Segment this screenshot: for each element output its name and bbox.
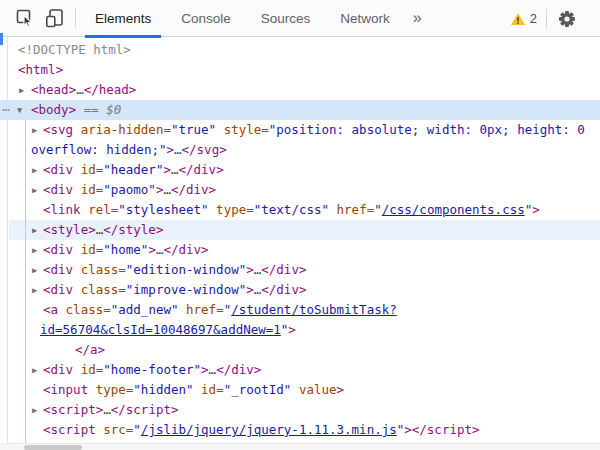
code-segment: <div bbox=[43, 282, 73, 297]
code-segment: > bbox=[532, 202, 540, 217]
code-segment: href bbox=[178, 302, 216, 317]
code-segment: <input bbox=[43, 382, 88, 397]
dom-tree-row[interactable]: ▶<script>…</script> bbox=[0, 400, 600, 420]
device-toolbar-icon[interactable] bbox=[44, 7, 66, 29]
tab-console[interactable]: Console bbox=[171, 0, 241, 37]
attribute-link[interactable]: /css/components.css bbox=[382, 202, 525, 217]
dom-tree-row[interactable]: <html> bbox=[0, 60, 600, 80]
code-segment: <div bbox=[43, 262, 73, 277]
attribute-link[interactable]: /jslib/jquery/jquery-1.11.3.min.js bbox=[141, 422, 397, 437]
code-segment: href bbox=[329, 202, 367, 217]
attribute-link[interactable]: id=56704&clsId=10048697&addNew=1 bbox=[40, 322, 281, 337]
expand-arrow-icon[interactable]: ▶ bbox=[32, 220, 37, 240]
code-segment: </div> bbox=[179, 162, 224, 177]
code-segment: <body> bbox=[31, 102, 76, 117]
expand-arrow-icon[interactable]: ▶ bbox=[32, 260, 37, 280]
dom-tree-row[interactable]: ▶<div class="improve-window">…</div> bbox=[0, 280, 600, 300]
dom-tree-row[interactable]: </a> bbox=[0, 340, 600, 360]
code-segment: <div bbox=[43, 182, 73, 197]
code-segment: = bbox=[216, 382, 224, 397]
dom-tree-row[interactable]: <a class="add_new" href="/student/toSubm… bbox=[0, 300, 600, 320]
code-line: <div id="header">…</div> bbox=[43, 160, 224, 180]
code-segment: <link bbox=[43, 202, 81, 217]
code-segment: value bbox=[291, 382, 336, 397]
expand-arrow-icon[interactable]: ▶ bbox=[32, 360, 37, 380]
expand-arrow-icon[interactable]: ▶ bbox=[19, 80, 24, 100]
code-line: <div id="paomo">…</div> bbox=[43, 180, 216, 200]
code-segment: <svg bbox=[43, 122, 73, 137]
code-segment: id bbox=[194, 382, 217, 397]
tab-elements[interactable]: Elements bbox=[85, 0, 161, 37]
inspect-element-icon[interactable] bbox=[14, 7, 36, 29]
code-segment: "hidden" bbox=[133, 382, 193, 397]
code-segment: </a> bbox=[75, 342, 105, 357]
code-segment: … bbox=[171, 162, 179, 177]
code-segment: <style> bbox=[43, 222, 96, 237]
expand-arrow-icon[interactable]: ▶ bbox=[32, 280, 37, 300]
dom-tree-row[interactable]: ▶<div id="paomo">…</div> bbox=[0, 180, 600, 200]
expand-arrow-icon[interactable]: ▶ bbox=[32, 400, 37, 420]
dom-tree-row[interactable]: ▶<div class="edition-window">…</div> bbox=[0, 260, 600, 280]
collapse-arrow-icon[interactable]: ▼ bbox=[17, 100, 22, 120]
dom-tree-row[interactable]: ▶<div id="header">…</div> bbox=[0, 160, 600, 180]
settings-gear-icon[interactable] bbox=[556, 8, 578, 30]
code-line: <style>…</style> bbox=[43, 220, 163, 240]
code-line: <script src="/jslib/jquery/jquery-1.11.3… bbox=[43, 420, 480, 440]
dom-tree-row[interactable]: ▶<style>…</style> bbox=[0, 220, 600, 240]
code-segment: style bbox=[216, 122, 261, 137]
code-segment: == $0 bbox=[76, 102, 121, 117]
code-segment: "home" bbox=[103, 242, 148, 257]
dom-tree-row[interactable]: <input type="hidden" id="_rootId" value> bbox=[0, 380, 600, 400]
code-segment: type bbox=[209, 202, 247, 217]
code-line: </a> bbox=[75, 340, 105, 360]
code-segment: > bbox=[404, 422, 412, 437]
dom-tree-row[interactable]: ▶<head>…</head> bbox=[0, 80, 600, 100]
expand-arrow-icon[interactable]: ▶ bbox=[32, 180, 37, 200]
more-tabs-icon[interactable]: » bbox=[413, 9, 422, 27]
code-segment: > bbox=[201, 362, 209, 377]
code-segment: class bbox=[58, 302, 103, 317]
dom-tree-row[interactable]: <link rel="stylesheet" type="text/css" h… bbox=[0, 200, 600, 220]
tab-network[interactable]: Network bbox=[330, 0, 400, 37]
code-segment: id bbox=[73, 182, 96, 197]
code-segment: </head> bbox=[84, 82, 137, 97]
code-segment: </div> bbox=[261, 262, 306, 277]
dom-tree-row[interactable]: overflow: hidden;">…</svg> bbox=[0, 140, 600, 160]
dom-tree-row[interactable]: ⋯▼<body> == $0 bbox=[0, 100, 600, 120]
code-line: <script>…</script> bbox=[43, 400, 178, 420]
page-behind-sliver bbox=[0, 33, 3, 45]
code-segment: </div> bbox=[163, 242, 208, 257]
code-segment: "stylesheet" bbox=[118, 202, 208, 217]
code-segment: <html> bbox=[18, 62, 63, 77]
more-actions-icon[interactable]: ⋯ bbox=[2, 100, 9, 119]
code-segment: <div bbox=[43, 362, 73, 377]
code-segment: </svg> bbox=[182, 142, 227, 157]
code-line: <a class="add_new" href="/student/toSubm… bbox=[43, 300, 397, 320]
code-segment: <div bbox=[43, 242, 73, 257]
horizontal-scrollbar bbox=[0, 443, 600, 450]
code-segment: > bbox=[148, 242, 156, 257]
code-segment: = bbox=[163, 122, 171, 137]
code-line: <html> bbox=[18, 60, 63, 80]
attribute-link[interactable]: /student/toSubmitTask? bbox=[231, 302, 397, 317]
tab-sources[interactable]: Sources bbox=[251, 0, 321, 37]
code-segment: id bbox=[73, 362, 96, 377]
code-segment: class bbox=[73, 282, 118, 297]
code-segment: overflow: hidden;" bbox=[31, 142, 166, 157]
code-segment: rel bbox=[81, 202, 111, 217]
dom-tree-row[interactable]: ▶<div id="home-footer">…</div> bbox=[0, 360, 600, 380]
dom-tree-row[interactable]: ▶<div id="home">…</div> bbox=[0, 240, 600, 260]
devtools-window: ElementsConsoleSourcesNetwork » 2 bbox=[0, 0, 600, 450]
dom-tree-row[interactable]: <script src="/jslib/jquery/jquery-1.11.3… bbox=[0, 420, 600, 440]
dom-tree-row[interactable]: ▶<svg aria-hidden="true" style="position… bbox=[0, 120, 600, 140]
expand-arrow-icon[interactable]: ▶ bbox=[32, 120, 37, 140]
warnings-badge[interactable]: 2 bbox=[510, 11, 537, 26]
code-segment: > bbox=[246, 262, 254, 277]
dom-tree-row[interactable]: id=56704&clsId=10048697&addNew=1"> bbox=[0, 320, 600, 340]
scrollbar-thumb[interactable] bbox=[24, 445, 82, 450]
dom-tree-row[interactable]: <!DOCTYPE html> bbox=[0, 40, 600, 60]
expand-arrow-icon[interactable]: ▶ bbox=[32, 240, 37, 260]
code-segment: id bbox=[73, 242, 96, 257]
expand-arrow-icon[interactable]: ▶ bbox=[32, 160, 37, 180]
code-segment: " bbox=[133, 422, 141, 437]
